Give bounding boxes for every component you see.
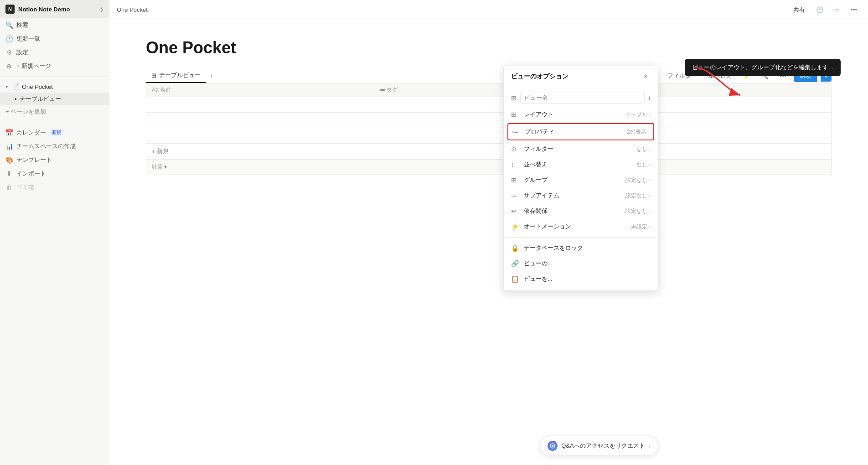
column-name-header[interactable]: Aa 名前 [146, 83, 374, 97]
table-row [146, 128, 832, 144]
panel-option-sort[interactable]: ↕ 並べ替え なし › [504, 157, 658, 172]
qa-text: Q&Aへのアクセスをリクエスト [561, 442, 645, 450]
panel-option-lock[interactable]: 🔒 データベースをロック [504, 240, 658, 256]
sidebar-add-page[interactable]: + ページを追加 [0, 105, 109, 118]
share-button[interactable]: 共有 [790, 4, 809, 16]
add-row-cell[interactable]: + 新規 [146, 144, 832, 160]
topbar-left: One Pocket [117, 6, 148, 13]
calc-row: 計算 ▾ [146, 160, 832, 175]
breadcrumb: One Pocket [117, 6, 148, 13]
workspace-icon: N [5, 5, 15, 14]
sidebar-item-settings[interactable]: ⚙ 設定 [0, 46, 109, 59]
sidebar-item-table-view-label: テーブルビュー [20, 95, 61, 103]
calc-cell[interactable]: 計算 ▾ [146, 160, 832, 175]
dependency-icon: ↩ [511, 207, 520, 215]
more-button[interactable]: ••• [847, 5, 861, 15]
sidebar-item-template[interactable]: 🎨 テンプレート [0, 153, 109, 167]
copy-label: ビューを... [524, 275, 651, 283]
sidebar-divider-2 [0, 122, 109, 122]
sidebar-item-template-label: テンプレート [16, 156, 52, 164]
panel-option-subitem[interactable]: ≔ サブアイテム 設定なし › [504, 188, 658, 203]
chevron-down-icon: ▾ [5, 84, 8, 90]
sparkle-icon [550, 443, 555, 449]
view-name-input[interactable] [520, 92, 645, 104]
filter-icon: ⊙ [511, 145, 520, 153]
panel-option-automation[interactable]: ⚡ オートメーション 未設定 › [504, 219, 658, 234]
history-icon: 🕐 [816, 6, 823, 13]
cell-name-2[interactable] [146, 113, 374, 128]
topbar-right: 共有 🕐 ☆ ••• [790, 4, 861, 16]
table-icon: ⊞ [151, 72, 156, 79]
clock-icon: 🕐 [5, 35, 13, 42]
properties-value: 2の表示 [627, 128, 646, 136]
subitem-value: 設定なし [625, 192, 647, 200]
group-label: グループ [524, 176, 625, 184]
panel-close-button[interactable]: × [641, 72, 651, 82]
layout-value: テーブル [625, 111, 647, 119]
filter-arrow: › [649, 147, 651, 152]
group-icon: ⊞ [511, 176, 520, 184]
sidebar: N Notion Note Demo ❯ 🔍 検索 🕐 更新一覧 ⚙ 設定 ⊕ … [0, 0, 109, 465]
lock-icon: 🔒 [511, 244, 520, 252]
topbar: One Pocket 共有 🕐 ☆ ••• [109, 0, 868, 20]
page-title: One Pocket [146, 38, 832, 57]
panel-option-properties[interactable]: ≔ プロパティ 2の表示 › [507, 123, 654, 140]
add-row[interactable]: + 新規 [146, 144, 832, 160]
table-view-tab[interactable]: ⊞ テーブルビュー [146, 68, 206, 83]
history-button[interactable]: 🕐 [812, 5, 827, 15]
trash-icon: 🗑 [5, 184, 13, 191]
qa-arrow-icon: › [649, 443, 651, 450]
sidebar-item-import-label: インポート [16, 170, 46, 178]
panel-option-copy[interactable]: 📋 ビューを... [504, 271, 658, 287]
sidebar-item-trash[interactable]: 🗑 ゴミ箱 [0, 181, 109, 194]
panel-option-layout[interactable]: ⊞ レイアウト テーブル › [504, 107, 658, 122]
table-row [146, 113, 832, 128]
main-content: One Pocket 共有 🕐 ☆ ••• One Pocket ⊞ テーブルビ… [109, 0, 868, 465]
panel-option-link[interactable]: 🔗 ビューの... [504, 256, 658, 271]
panel-option-group[interactable]: ⊞ グループ 設定なし › [504, 172, 658, 188]
sidebar-item-search[interactable]: 🔍 検索 [0, 18, 109, 32]
filter-label: フィルター [524, 145, 636, 153]
sidebar-item-import[interactable]: ⬇ インポート [0, 167, 109, 181]
link-label: ビューの... [524, 259, 651, 268]
sidebar-item-teamspace[interactable]: 📊 チームスペースの作成 [0, 140, 109, 153]
favorite-button[interactable]: ☆ [831, 5, 843, 15]
sidebar-item-calendar[interactable]: 📅 カレンダー 新規 [0, 126, 109, 140]
sidebar-item-calendar-label: カレンダー [16, 129, 46, 137]
sidebar-item-table-view[interactable]: • テーブルビュー [0, 93, 109, 105]
new-badge: 新規 [50, 129, 63, 136]
sort-label: 並べ替え [524, 160, 636, 169]
sidebar-item-settings-label: 設定 [16, 48, 28, 57]
cell-name-3[interactable] [146, 128, 374, 144]
automation-value: 未設定 [631, 223, 647, 231]
sidebar-item-new-page[interactable]: ⊕ + 新規ページ [0, 59, 109, 73]
workspace-header[interactable]: N Notion Note Demo ❯ [0, 0, 109, 18]
star-icon: ☆ [834, 6, 840, 13]
sidebar-item-updates[interactable]: 🕐 更新一覧 [0, 32, 109, 46]
workspace-chevron-icon: ❯ [100, 7, 103, 12]
dependency-label: 依存関係 [524, 207, 625, 215]
teamspace-icon: 📊 [5, 143, 13, 150]
cell-name-1[interactable] [146, 97, 374, 113]
automation-arrow: › [649, 224, 651, 229]
qa-bar[interactable]: Q&Aへのアクセスをリクエスト › [540, 436, 658, 456]
dependency-value: 設定なし [625, 207, 647, 215]
add-view-button[interactable]: + [206, 69, 217, 82]
panel-option-filter[interactable]: ⊙ フィルター なし › [504, 141, 658, 157]
subitem-label: サブアイテム [524, 191, 625, 200]
sidebar-item-updates-label: 更新一覧 [16, 35, 40, 43]
panel-option-dependency[interactable]: ↩ 依存関係 設定なし › [504, 203, 658, 219]
layout-arrow: › [649, 112, 651, 117]
sidebar-item-teamspace-label: チームスペースの作成 [16, 142, 76, 150]
calc-button[interactable]: 計算 ▾ [152, 163, 167, 171]
sidebar-item-one-pocket[interactable]: ▾ 📄 One Pocket [0, 81, 109, 93]
more-icon: ••• [851, 6, 857, 13]
import-icon: ⬇ [5, 170, 13, 177]
sidebar-divider [0, 77, 109, 77]
group-value: 設定なし [625, 176, 647, 184]
sort-icon: ↕ [511, 161, 520, 168]
copy-icon: 📋 [511, 275, 520, 283]
sort-arrow: › [649, 162, 651, 167]
dependency-arrow: › [649, 209, 651, 214]
calendar-icon: 📅 [5, 129, 13, 136]
